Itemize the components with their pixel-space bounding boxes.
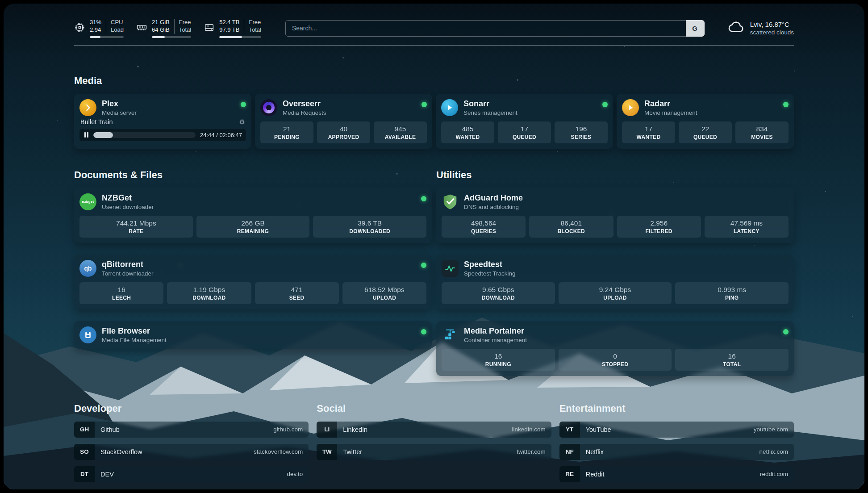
stat-wanted: 485 WANTED — [441, 121, 494, 143]
dashboard-screen: 31% CPU 2.94 Load — [4, 4, 864, 489]
service-card-media-portainer[interactable]: Media Portainer Container management 16 … — [436, 321, 794, 376]
service-card-nzbget[interactable]: nzbget NZBGet Usenet downloader 744.21 M… — [74, 188, 432, 243]
bookmark-youtube[interactable]: YT YouTube youtube.com — [559, 422, 794, 438]
bookmark-abbr: DT — [74, 466, 95, 482]
bookmark-twitter[interactable]: TW Twitter twitter.com — [317, 444, 551, 460]
section-utilities: Utilities AdGuard Home DNS and adblockin… — [436, 169, 794, 376]
bookmark-url: netflix.com — [759, 448, 788, 455]
weather-location: Lviv, 16.87°C — [750, 21, 794, 28]
memory-total-value: 64 GiB — [152, 26, 170, 34]
settings-gear-icon[interactable]: ⚙ — [239, 118, 245, 126]
stat-label: STOPPED — [560, 361, 670, 368]
stat-label: RUNNING — [443, 361, 553, 368]
stat-download: 9.65 Gbps DOWNLOAD — [442, 282, 555, 304]
portainer-icon — [442, 326, 459, 343]
service-card-radarr[interactable]: Radarr Movie management 17 WANTED 22 QUE… — [617, 94, 794, 149]
memory-free-value: 21 GiB — [152, 19, 170, 26]
disk-total-label: Total — [244, 26, 261, 34]
bookmark-abbr: YT — [559, 422, 580, 438]
status-online-dot — [421, 329, 426, 334]
service-card-speedtest[interactable]: Speedtest Speedtest Tracking 9.65 Gbps D… — [436, 255, 794, 309]
stat-queued: 22 QUEUED — [679, 121, 732, 143]
cpu-usage-label: CPU — [106, 19, 124, 26]
service-name: Sonarr — [463, 99, 517, 109]
stat-label: LATENCY — [706, 228, 787, 234]
stat-value: 86,401 — [531, 219, 611, 227]
pause-icon[interactable] — [83, 132, 89, 138]
weather-condition: scattered clouds — [750, 29, 794, 36]
stat-label: PENDING — [262, 134, 312, 140]
service-name: Overseerr — [283, 99, 326, 109]
stat-label: REMAINING — [198, 228, 308, 234]
stat-rate: 744.21 Mbps RATE — [79, 216, 193, 238]
bookmark-name: Twitter — [343, 448, 362, 455]
search-input[interactable] — [285, 20, 686, 37]
service-card-sonarr[interactable]: Sonarr Series management 485 WANTED 17 Q… — [436, 94, 613, 149]
stat-upload: 618.52 Mbps UPLOAD — [342, 282, 426, 304]
stat-running: 16 RUNNING — [442, 349, 555, 371]
service-card-overseerr[interactable]: Overseerr Media Requests 21 PENDING 40 A… — [255, 94, 432, 149]
stat-available: 945 AVAILABLE — [374, 121, 427, 143]
service-card-plex[interactable]: Plex Media server Bullet Train ⚙ 24:44 /… — [74, 94, 251, 149]
cpu-usage-value: 31% — [90, 19, 101, 26]
status-online-dot — [421, 196, 426, 201]
disk-icon — [204, 22, 215, 35]
bookmark-linkedin[interactable]: LI LinkedIn linkedin.com — [317, 422, 551, 438]
bookmark-stackoverflow[interactable]: SO StackOverflow stackoverflow.com — [74, 444, 309, 460]
service-card-file-browser[interactable]: File Browser Media File Management — [74, 321, 432, 349]
service-card-qbittorrent[interactable]: qb qBittorrent Torrent downloader 16 LEE… — [74, 255, 432, 309]
service-name: Plex — [102, 99, 137, 109]
topbar: 31% CPU 2.94 Load — [74, 4, 794, 46]
stat-value: 47.569 ms — [706, 219, 787, 227]
service-subtitle: DNS and adblocking — [464, 204, 523, 210]
service-name: Media Portainer — [464, 326, 527, 336]
bookmark-name: Netflix — [586, 448, 604, 455]
stat-downloaded: 39.6 TB DOWNLOADED — [313, 216, 426, 238]
stat-value: 16 — [81, 286, 162, 294]
bookmark-reddit[interactable]: RE Reddit reddit.com — [559, 466, 794, 482]
bookmark-name: StackOverflow — [100, 448, 142, 455]
stat-series: 196 SERIES — [555, 121, 608, 143]
stat-label: DOWNLOAD — [169, 295, 249, 301]
bookmark-url: reddit.com — [760, 471, 788, 477]
bookmark-abbr: TW — [317, 444, 337, 460]
search-provider-button[interactable]: G — [686, 20, 705, 37]
playback-progress-track[interactable] — [93, 132, 196, 138]
bookmark-url: twitter.com — [517, 448, 546, 455]
service-stats: 498,564 QUERIES 86,401 BLOCKED 2,956 FIL… — [442, 216, 789, 238]
section-title-entertainment: Entertainment — [559, 403, 794, 414]
stat-label: LEECH — [81, 295, 162, 301]
service-name: NZBGet — [102, 193, 154, 203]
stat-label: UPLOAD — [344, 295, 425, 301]
service-stats: 16 RUNNING 0 STOPPED 16 TOTAL — [442, 349, 789, 371]
section-social: Social LI LinkedIn linkedin.com TW Twitt… — [317, 403, 551, 482]
status-online-dot — [783, 102, 789, 107]
stat-label: SERIES — [556, 134, 606, 140]
qbittorrent-icon: qb — [79, 260, 96, 277]
bookmark-netflix[interactable]: NF Netflix netflix.com — [559, 444, 794, 460]
cpu-load-label: Load — [106, 26, 124, 34]
service-card-adguard-home[interactable]: AdGuard Home DNS and adblocking 498,564 … — [436, 188, 794, 243]
service-subtitle: Series management — [463, 109, 517, 116]
stat-value: 16 — [443, 352, 553, 360]
bookmark-name: YouTube — [586, 426, 611, 433]
weather-widget[interactable]: Lviv, 16.87°C scattered clouds — [728, 19, 794, 38]
bookmark-abbr: SO — [74, 444, 95, 460]
stat-value: 40 — [319, 125, 368, 133]
stat-label: TOTAL — [677, 361, 787, 368]
bookmark-github[interactable]: GH Github github.com — [74, 422, 309, 438]
stat-label: FILTERED — [619, 228, 699, 234]
status-online-dot — [602, 102, 608, 107]
service-subtitle: Speedtest Tracking — [464, 270, 516, 277]
sonarr-icon — [441, 99, 458, 116]
service-subtitle: Torrent downloader — [102, 270, 154, 277]
section-title-developer: Developer — [74, 403, 309, 414]
bookmark-dev[interactable]: DT DEV dev.to — [74, 466, 309, 482]
snow-speckles — [4, 4, 4, 4]
playback-progress-fill — [93, 132, 113, 138]
stat-pending: 21 PENDING — [260, 121, 313, 143]
section-entertainment: Entertainment YT YouTube youtube.com NF … — [559, 403, 794, 482]
stat-label: DOWNLOADED — [315, 228, 425, 234]
stat-label: RATE — [81, 228, 191, 234]
stat-label: DOWNLOAD — [443, 295, 553, 301]
